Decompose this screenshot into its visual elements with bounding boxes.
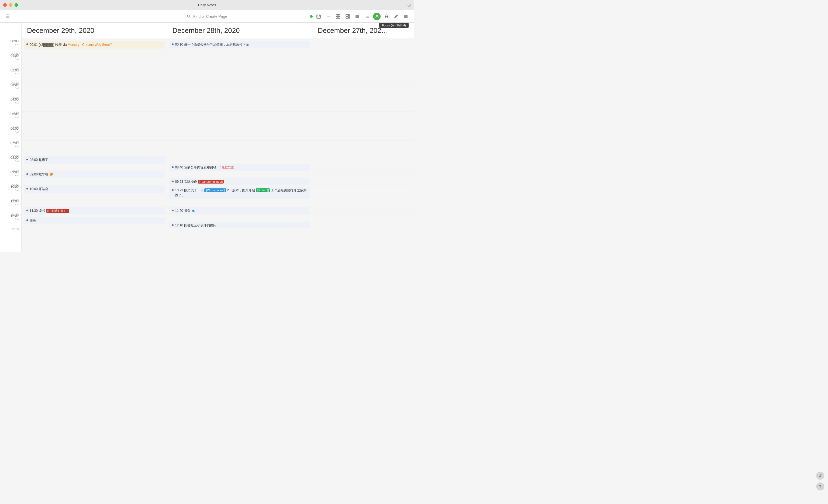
hour-line [313,213,414,228]
day-title-dec29: December 29th, 2020 [27,27,94,35]
days-container: December 29th, 2020 00:01 (↑3[▓▓▓▓] 晚安 v… [22,23,414,252]
day-body-dec28: 00:10 做一个微信公众号导流链接，放到视频号下面 08:40 我的分享内容发… [167,39,313,228]
time-slot: 06:00 AM 06:30 [0,126,21,141]
hour-line [22,126,167,141]
hour-line [167,141,313,155]
bracket-link-potato[interactable]: [[Potato]] [256,188,270,192]
tag-text[interactable]: #最佳实践 [220,166,235,169]
window-title: Daily Notes [198,3,216,7]
note-text: 08:40 我的分享内容发布路径，#最佳实践 [175,165,307,170]
note-block[interactable]: 09:00 吃早餐 🥐 [24,171,165,178]
list-indent-icon[interactable] [363,13,371,20]
link-text[interactable]: Mercury - Chrome Web Store [68,43,110,47]
time-slot: 03:00 AM 03:30 [0,82,21,97]
hour-line [313,155,414,170]
day-column-dec29: December 29th, 2020 00:01 (↑3[▓▓▓▓] 晚安 v… [22,23,167,252]
hour-line [167,68,313,82]
note-text: 11:30 读书 [[《创造时间》]] [30,208,162,213]
bullet-dot [172,180,174,182]
hour-line [22,141,167,155]
toolbar-right: ··· [310,13,410,20]
note-block[interactable]: 11:30 读书 [[《创造时间》]] [24,207,165,215]
svg-rect-2 [317,15,321,18]
time-slot: 08:00 AM 08:30 [0,155,21,170]
minimize-button[interactable] [9,3,12,7]
time-slot: 12:00 PM 12:30 [0,213,21,228]
grid6-icon[interactable] [344,13,351,20]
svg-point-22 [376,15,378,16]
calendar-icon[interactable] [315,13,322,20]
time-label: 12:00 PM 12:30 [0,213,21,231]
note-bullet: 09:53 实际操作 [[roam/templates]] [172,179,307,184]
note-text: 摸鱼 [30,218,162,223]
more-icon[interactable]: ··· [325,13,332,20]
svg-rect-14 [347,17,348,18]
hour-line [22,97,167,112]
bullet-dot [27,219,28,221]
note-block[interactable]: 摸鱼 [24,217,165,224]
hour-line [167,126,313,141]
time-slot: 05:00 AM 05:30 [0,112,21,126]
time-slot: 11:00 AM 11:30 [0,199,21,213]
close-button[interactable] [3,3,7,7]
hour-line [167,112,313,126]
edit-icon[interactable] [392,13,400,20]
svg-rect-15 [348,17,349,18]
note-bullet: 08:00 起床了 [27,157,162,162]
svg-rect-9 [338,17,340,18]
note-text: 12:10 回答社区小伙伴的提问 [175,223,307,228]
svg-rect-11 [347,14,348,16]
note-block[interactable]: 09:53 实际操作 [[roam/templates]] [169,178,310,185]
globe-icon[interactable] [383,13,390,20]
time-slot: 10:00 AM 10:30 [0,184,21,199]
note-block[interactable]: 10:23 刚又试了一下 [[Workspaces]] 2.0 版本，因为开启 … [169,186,310,199]
note-block[interactable]: 00:01 (↑3[▓▓▓▓] 晚安 via Mercury - Chrome … [24,41,165,48]
svg-rect-13 [346,17,347,18]
hour-line [313,68,414,82]
hour-line [22,68,167,82]
hour-line [313,126,414,141]
menu-button[interactable]: ☰ [4,12,11,20]
note-text: 09:53 实际操作 [[roam/templates]] [175,179,307,184]
titlebar: Daily Notes ⊕ [0,0,414,10]
hour-line [313,97,414,112]
grid4-icon[interactable] [334,13,342,20]
svg-rect-12 [348,14,349,16]
time-slot: 04:00 AM 04:30 [0,97,21,112]
bracket-link-roam[interactable]: [[roam/templates]] [198,180,224,183]
list-icon[interactable] [354,13,361,20]
hour-line [22,53,167,68]
note-text: 00:01 (↑3[▓▓▓▓] 晚安 via Mercury - Chrome … [30,42,162,47]
hour-line [167,53,313,68]
note-block[interactable]: 11:20 摸鱼 🐟 [169,207,310,215]
focus-tooltip: Focus (Alt-Shift-4) [379,23,409,28]
day-header-dec29: December 29th, 2020 [22,23,167,39]
note-block[interactable]: 12:10 回答社区小伙伴的提问 [169,221,310,228]
maximize-button[interactable] [14,3,18,7]
day-body-dec29: 00:01 (↑3[▓▓▓▓] 晚安 via Mercury - Chrome … [22,39,167,228]
note-bullet: 12:10 回答社区小伙伴的提问 [172,223,307,228]
time-column: 00:00 AM 00:30 01:00 AM 01:30 02:00 AM 0… [0,23,22,252]
hour-line [313,170,414,184]
person-icon[interactable] [373,13,381,20]
note-block[interactable]: 00:10 做一个微信公众号导流链接，放到视频号下面 [169,41,310,48]
day-column-dec27: December 27th, 202… [313,23,414,252]
traffic-lights [3,3,18,7]
hour-line [313,53,414,68]
note-block[interactable]: 08:00 起床了 [24,156,165,164]
hamburger-icon[interactable] [402,13,410,20]
day-title-dec28: December 28th, 2020 [172,27,240,35]
bullet-dot [27,159,28,160]
note-block[interactable]: 10:00 开站会 [24,185,165,193]
bullet-dot [27,188,28,190]
bullet-dot [27,210,28,211]
note-block[interactable]: 08:40 我的分享内容发布路径，#最佳实践 [169,164,310,171]
bracket-link[interactable]: [[《创造时间》]] [46,209,69,213]
search-bar[interactable]: Find or Create Page [187,14,227,18]
hour-line [313,184,414,199]
bracket-link-workspaces[interactable]: [[Workspaces]] [204,188,226,192]
note-bullet: 11:20 摸鱼 🐟 [172,208,307,213]
extension-icon[interactable]: ⊕ [407,2,411,7]
search-icon [187,14,191,18]
note-text: 10:00 开站会 [30,186,162,192]
